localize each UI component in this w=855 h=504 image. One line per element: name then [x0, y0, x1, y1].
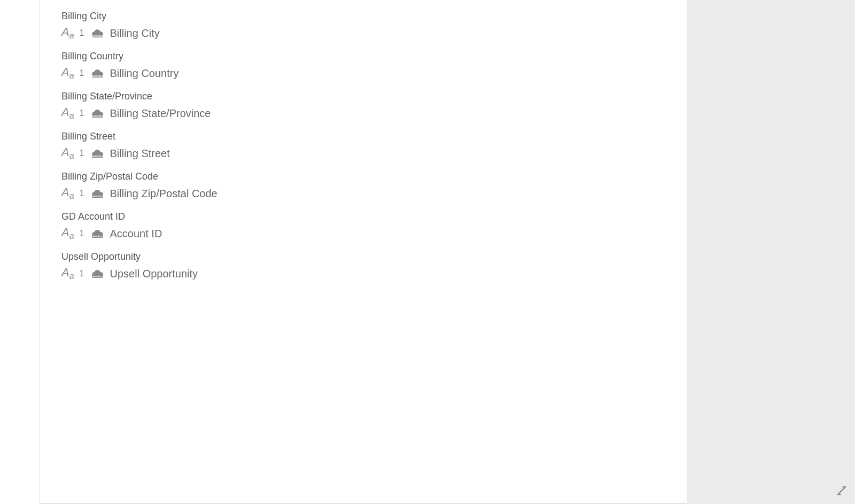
- field-count-billing-zip: 1: [80, 189, 84, 198]
- field-value-billing-state: Billing State/Province: [110, 107, 211, 120]
- field-count-billing-city: 1: [80, 28, 84, 38]
- field-value-billing-city: Billing City: [110, 27, 160, 40]
- salesforce-cloud-icon: salesforce: [90, 268, 105, 279]
- text-type-icon: Aa: [61, 267, 74, 281]
- field-row-billing-country: Aa1 salesforce Billing Country: [61, 66, 665, 80]
- field-label-billing-city: Billing City: [61, 11, 665, 22]
- field-group-billing-zip: Billing Zip/Postal CodeAa1 salesforce Bi…: [61, 171, 665, 200]
- field-row-billing-street: Aa1 salesforce Billing Street: [61, 146, 665, 160]
- svg-line-35: [838, 487, 845, 494]
- field-count-billing-street: 1: [80, 149, 84, 158]
- field-label-billing-country: Billing Country: [61, 51, 665, 62]
- field-group-billing-country: Billing CountryAa1 salesforce Billing Co…: [61, 51, 665, 80]
- text-type-icon: Aa: [61, 26, 74, 40]
- main-panel: Billing CityAa1 salesforce Billing CityB…: [40, 0, 687, 504]
- field-group-gd-account-id: GD Account IDAa1 salesforce Account ID: [61, 211, 665, 241]
- svg-text:salesforce: salesforce: [90, 275, 104, 278]
- field-value-upsell-opportunity: Upsell Opportunity: [110, 268, 198, 280]
- salesforce-cloud-icon: salesforce: [90, 28, 105, 38]
- field-count-billing-state: 1: [80, 108, 84, 118]
- salesforce-cloud-icon: salesforce: [90, 68, 105, 79]
- svg-text:salesforce: salesforce: [90, 235, 104, 238]
- page-wrapper: Billing CityAa1 salesforce Billing CityB…: [0, 0, 855, 504]
- field-group-billing-city: Billing CityAa1 salesforce Billing City: [61, 11, 665, 40]
- field-group-billing-state: Billing State/ProvinceAa1 salesforce Bil…: [61, 91, 665, 120]
- field-row-upsell-opportunity: Aa1 salesforce Upsell Opportunity: [61, 267, 665, 281]
- text-type-icon: Aa: [61, 146, 74, 160]
- salesforce-cloud-icon: salesforce: [90, 148, 105, 159]
- text-type-icon: Aa: [61, 106, 74, 120]
- svg-text:salesforce: salesforce: [90, 154, 104, 158]
- svg-text:salesforce: salesforce: [90, 114, 104, 118]
- text-type-icon: Aa: [61, 227, 74, 241]
- field-row-billing-city: Aa1 salesforce Billing City: [61, 26, 665, 40]
- field-label-billing-street: Billing Street: [61, 131, 665, 142]
- text-type-icon: Aa: [61, 187, 74, 200]
- svg-text:salesforce: salesforce: [90, 34, 104, 37]
- fields-container: Billing CityAa1 salesforce Billing CityB…: [61, 11, 665, 281]
- field-row-billing-zip: Aa1 salesforce Billing Zip/Postal Code: [61, 187, 665, 200]
- left-spacer: [0, 0, 40, 504]
- field-value-billing-street: Billing Street: [110, 148, 170, 160]
- field-count-billing-country: 1: [80, 68, 84, 78]
- salesforce-cloud-icon: salesforce: [90, 228, 105, 239]
- field-row-gd-account-id: Aa1 salesforce Account ID: [61, 227, 665, 241]
- field-value-billing-zip: Billing Zip/Postal Code: [110, 188, 217, 200]
- field-count-gd-account-id: 1: [80, 229, 84, 238]
- text-type-icon: Aa: [61, 66, 74, 80]
- right-panel: [687, 0, 855, 504]
- field-group-billing-street: Billing StreetAa1 salesforce Billing Str…: [61, 131, 665, 160]
- field-row-billing-state: Aa1 salesforce Billing State/Province: [61, 106, 665, 120]
- svg-text:salesforce: salesforce: [90, 74, 104, 77]
- expand-icon[interactable]: [836, 485, 848, 497]
- svg-text:salesforce: salesforce: [90, 195, 104, 198]
- field-value-billing-country: Billing Country: [110, 67, 179, 80]
- salesforce-cloud-icon: salesforce: [90, 188, 105, 199]
- field-label-gd-account-id: GD Account ID: [61, 211, 665, 222]
- field-label-billing-state: Billing State/Province: [61, 91, 665, 102]
- salesforce-cloud-icon: salesforce: [90, 108, 105, 119]
- field-label-billing-zip: Billing Zip/Postal Code: [61, 171, 665, 182]
- field-count-upsell-opportunity: 1: [80, 269, 84, 278]
- field-value-gd-account-id: Account ID: [110, 228, 162, 240]
- field-label-upsell-opportunity: Upsell Opportunity: [61, 251, 665, 262]
- field-group-upsell-opportunity: Upsell OpportunityAa1 salesforce Upsell …: [61, 251, 665, 281]
